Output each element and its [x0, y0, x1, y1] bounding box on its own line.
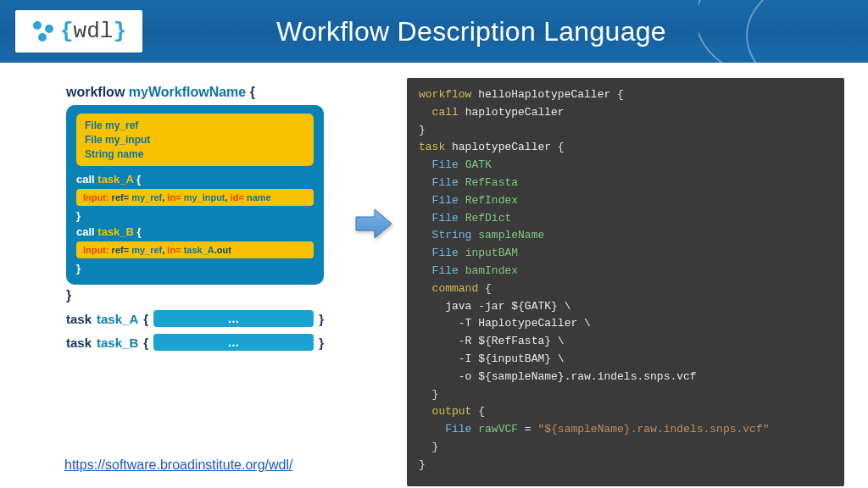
- workflow-body-box: File my_refFile my_inputString name call…: [66, 105, 324, 285]
- arrow-right-icon: [354, 207, 393, 241]
- call-task-a-input: Input: ref= my_ref, in= my_input, id= na…: [76, 189, 314, 206]
- task-b-pill: …: [153, 334, 314, 351]
- workflow-header-line: workflow myWorkflowName {: [66, 85, 324, 100]
- pseudocode-diagram: workflow myWorkflowName { File my_refFil…: [66, 85, 324, 351]
- task-a-pill: …: [153, 310, 314, 327]
- call-task-b-input: Input: ref= my_ref, in= task_A.out: [76, 241, 314, 258]
- slide-content: workflow myWorkflowName { File my_refFil…: [0, 63, 868, 488]
- task-b-row: task task_B { … }: [66, 334, 324, 351]
- call-task-b-line: call task_B {: [76, 225, 314, 238]
- workflow-inputs-box: File my_refFile my_inputString name: [76, 114, 314, 166]
- footer-link[interactable]: https://software.broadinstitute.org/wdl/: [64, 458, 292, 473]
- workflow-close-brace: }: [66, 288, 324, 303]
- wdl-nodes-icon: [31, 19, 55, 43]
- slide-header: {wdl} Workflow Description Language: [0, 0, 868, 63]
- call-task-a-line: call task_A {: [76, 173, 314, 186]
- call-task-a-close: }: [76, 209, 314, 222]
- slide-title: Workflow Description Language: [75, 16, 868, 47]
- task-a-row: task task_A { … }: [66, 310, 324, 327]
- code-example-block: workflow helloHaplotypeCaller { call hap…: [407, 78, 844, 486]
- call-task-b-close: }: [76, 262, 314, 274]
